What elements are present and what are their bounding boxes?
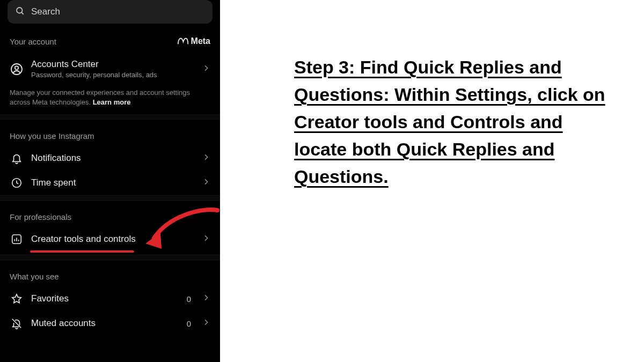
divider <box>0 255 220 260</box>
notifications-label: Notifications <box>31 153 194 164</box>
section-heading: Your account <box>10 37 56 46</box>
favorites-label: Favorites <box>31 293 179 304</box>
search-placeholder: Search <box>31 6 60 17</box>
section-heading: What you see <box>10 272 59 281</box>
accounts-center-icon <box>10 63 24 76</box>
svg-line-1 <box>21 12 24 14</box>
settings-screen: Search Your account Meta Accounts Center… <box>0 0 220 362</box>
accounts-center-description: Manage your connected experiences and ac… <box>0 86 220 114</box>
creator-tools-row[interactable]: Creator tools and controls <box>0 227 220 255</box>
svg-point-3 <box>15 66 18 69</box>
bell-icon <box>10 152 24 164</box>
chevron-right-icon <box>202 293 210 304</box>
star-icon <box>10 293 24 305</box>
section-professionals: For professionals <box>0 201 220 227</box>
learn-more-link[interactable]: Learn more <box>93 98 131 106</box>
divider <box>0 195 220 201</box>
accounts-center-subtitle: Password, security, personal details, ad… <box>31 71 194 79</box>
chevron-right-icon <box>202 178 210 188</box>
creator-tools-label: Creator tools and controls <box>31 234 194 245</box>
svg-point-0 <box>17 8 23 13</box>
favorites-row[interactable]: Favorites 0 <box>0 286 220 311</box>
search-input[interactable]: Search <box>8 0 213 24</box>
muted-accounts-row[interactable]: Muted accounts 0 <box>0 311 220 336</box>
time-spent-label: Time spent <box>31 178 194 188</box>
bell-off-icon <box>10 317 24 329</box>
svg-marker-9 <box>12 294 21 303</box>
time-spent-row[interactable]: Time spent <box>0 171 220 195</box>
muted-accounts-label: Muted accounts <box>31 318 179 329</box>
section-heading: How you use Instagram <box>10 131 94 141</box>
meta-brand: Meta <box>177 35 210 47</box>
chart-icon <box>10 233 24 245</box>
chevron-right-icon <box>202 318 210 329</box>
step-instruction-text: Step 3: Find Quick Replies and Questions… <box>294 54 616 190</box>
muted-accounts-count: 0 <box>187 319 191 328</box>
chevron-right-icon <box>202 64 210 75</box>
favorites-count: 0 <box>187 294 191 304</box>
divider <box>0 114 220 120</box>
accounts-center-label: Accounts Center Password, security, pers… <box>31 59 194 79</box>
annotation-underline <box>30 250 134 253</box>
section-your-account: Your account Meta <box>0 24 220 53</box>
notifications-row[interactable]: Notifications <box>0 146 220 171</box>
chevron-right-icon <box>202 234 210 245</box>
section-heading: For professionals <box>10 212 71 221</box>
clock-icon <box>10 177 24 189</box>
search-icon <box>15 6 25 18</box>
section-usage: How you use Instagram <box>0 120 220 146</box>
chevron-right-icon <box>202 153 210 164</box>
accounts-center-row[interactable]: Accounts Center Password, security, pers… <box>0 53 220 86</box>
meta-logo-icon <box>177 35 189 47</box>
section-what-you-see: What you see <box>0 260 220 286</box>
